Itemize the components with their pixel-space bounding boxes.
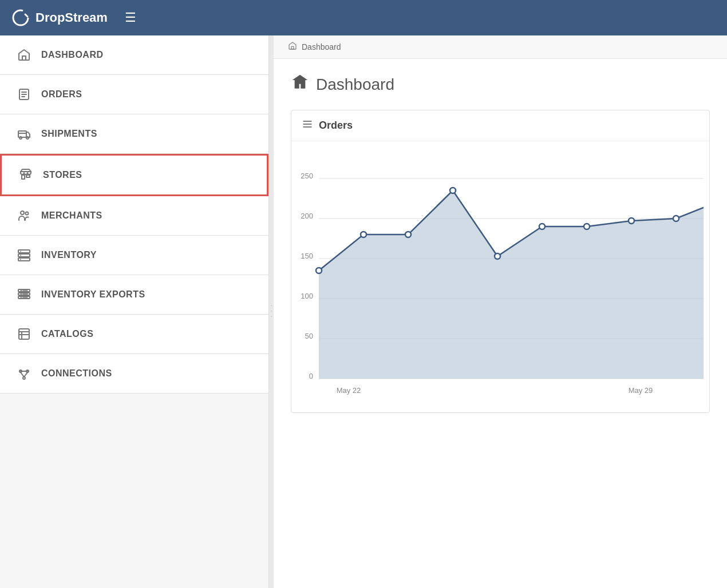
logo-icon [11, 9, 30, 27]
svg-point-62 [539, 224, 545, 229]
merchants-icon [17, 209, 31, 223]
svg-point-0 [13, 10, 28, 25]
svg-rect-11 [22, 175, 25, 179]
main-content: Dashboard Dashboard [274, 35, 727, 588]
home-icon [17, 48, 31, 62]
page-title-icon [291, 73, 309, 96]
sidebar-item-label-inventory: INVENTORY [41, 250, 97, 260]
sidebar-item-label-catalogs: CATALOGS [41, 329, 93, 339]
svg-text:May 29: May 29 [629, 386, 653, 395]
svg-point-65 [673, 216, 679, 221]
catalogs-icon [17, 327, 31, 341]
sidebar-item-merchants[interactable]: MERCHANTS [0, 196, 268, 236]
svg-point-64 [629, 218, 634, 224]
svg-text:250: 250 [301, 172, 313, 180]
page-title: Dashboard [316, 76, 394, 94]
svg-text:0: 0 [309, 372, 313, 380]
svg-text:May 22: May 22 [337, 386, 361, 395]
sidebar-item-label-stores: STORES [43, 170, 82, 180]
svg-point-58 [361, 232, 366, 237]
svg-point-59 [405, 232, 411, 237]
breadcrumb-home-icon [288, 41, 297, 53]
main-layout: DASHBOARD ORDERS [0, 35, 727, 588]
page-title-row: Dashboard [291, 73, 710, 96]
sidebar-item-label-inventory-exports: INVENTORY EXPORTS [41, 289, 145, 300]
sidebar-item-inventory-exports[interactable]: INVENTORY EXPORTS [0, 275, 268, 315]
svg-point-57 [316, 268, 322, 273]
sidebar-item-label-merchants: MERCHANTS [41, 210, 102, 221]
sidebar-item-label-orders: ORDERS [41, 89, 82, 100]
svg-line-38 [24, 372, 27, 377]
chart-svg-wrapper: 0 50 100 150 200 250 [291, 150, 704, 404]
sidebar-item-stores[interactable]: STORES [0, 154, 268, 196]
svg-line-37 [21, 372, 24, 377]
svg-text:100: 100 [301, 292, 313, 300]
svg-point-61 [495, 253, 500, 259]
content-area: Dashboard Orders [274, 59, 727, 427]
stores-icon [19, 168, 33, 182]
svg-rect-6 [18, 131, 26, 137]
svg-rect-12 [26, 175, 30, 177]
chart-title: Orders [319, 120, 353, 132]
shipments-icon [17, 127, 31, 141]
app-logo: DropStream [11, 9, 108, 27]
svg-point-14 [26, 212, 29, 215]
sidebar-resizer[interactable]: · · · [269, 35, 274, 588]
chart-header: Orders [291, 110, 709, 141]
svg-rect-40 [291, 46, 294, 49]
sidebar: DASHBOARD ORDERS [0, 35, 269, 588]
svg-point-13 [21, 211, 24, 214]
svg-point-60 [450, 188, 456, 193]
svg-text:150: 150 [301, 252, 313, 260]
inventory-exports-icon [17, 288, 31, 301]
breadcrumb-label: Dashboard [302, 42, 341, 51]
hamburger-button[interactable]: ☰ [125, 10, 136, 25]
app-name: DropStream [35, 10, 108, 25]
inventory-icon [17, 248, 31, 262]
orders-chart-svg: 0 50 100 150 200 250 [291, 150, 704, 402]
sidebar-item-label-dashboard: DASHBOARD [41, 50, 104, 60]
sidebar-item-label-connections: CONNECTIONS [41, 368, 112, 379]
chart-body: 0 50 100 150 200 250 [291, 141, 709, 412]
svg-point-63 [584, 224, 590, 229]
chart-header-icon [302, 118, 313, 133]
connections-icon [17, 367, 31, 380]
orders-icon [17, 88, 31, 101]
sidebar-item-label-shipments: SHIPMENTS [41, 129, 97, 139]
breadcrumb: Dashboard [274, 35, 727, 59]
sidebar-item-dashboard[interactable]: DASHBOARD [0, 35, 268, 75]
sidebar-item-shipments[interactable]: SHIPMENTS [0, 114, 268, 154]
sidebar-item-inventory[interactable]: INVENTORY [0, 236, 268, 275]
orders-chart-card: Orders 0 50 100 150 200 250 [291, 110, 710, 413]
svg-text:200: 200 [301, 212, 313, 220]
sidebar-item-connections[interactable]: CONNECTIONS [0, 354, 268, 394]
sidebar-item-catalogs[interactable]: CATALOGS [0, 315, 268, 354]
topbar: DropStream ☰ [0, 0, 727, 35]
svg-rect-1 [22, 56, 26, 60]
sidebar-item-orders[interactable]: ORDERS [0, 75, 268, 114]
svg-text:50: 50 [305, 332, 313, 340]
